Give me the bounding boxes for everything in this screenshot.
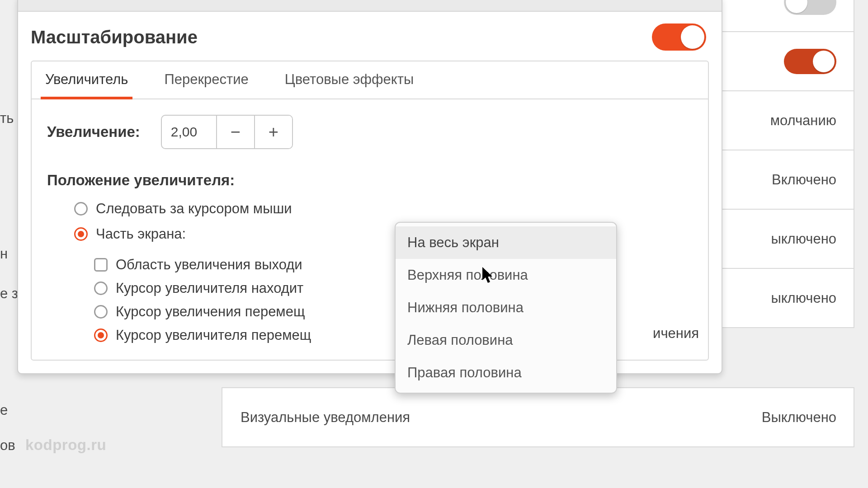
- radio-icon: [94, 305, 108, 319]
- option-label: Следовать за курсором мыши: [96, 201, 292, 217]
- truncated-text: ов: [0, 437, 15, 454]
- row-value: Выключено: [762, 409, 836, 426]
- watermark: kodprog.ru: [25, 436, 106, 454]
- row-value: молчанию: [770, 113, 836, 129]
- bg-row-visual-alerts[interactable]: Визуальные уведомления Выключено: [222, 387, 854, 447]
- radio-checked-icon: [94, 328, 108, 342]
- tab-color-effects[interactable]: Цветовые эффекты: [280, 61, 418, 99]
- decrement-button[interactable]: −: [216, 116, 254, 148]
- option-label: Часть экрана:: [96, 226, 186, 242]
- dropdown-item-fullscreen[interactable]: На весь экран: [396, 226, 616, 259]
- magnification-stepper: 2,00 − +: [161, 115, 293, 149]
- row-value: ыключено: [771, 290, 836, 306]
- increment-button[interactable]: +: [254, 116, 292, 148]
- truncated-text: е: [0, 402, 8, 418]
- tabs: Увеличитель Перекрестие Цветовые эффекты: [32, 61, 708, 99]
- dropdown-item-bottom-half[interactable]: Нижняя половина: [396, 291, 616, 324]
- checkbox-icon: [94, 258, 108, 272]
- dialog-title: Масштабирование: [31, 27, 198, 47]
- dropdown-item-right-half[interactable]: Правая половина: [396, 357, 616, 389]
- radio-icon: [94, 282, 108, 295]
- screen-part-dropdown: На весь экран Верхняя половина Нижняя по…: [395, 222, 617, 394]
- dialog-titlebar[interactable]: [18, 0, 722, 12]
- truncated-text: ичения: [653, 325, 699, 342]
- magnification-label: Увеличение:: [47, 123, 140, 141]
- magnification-value[interactable]: 2,00: [162, 116, 216, 148]
- truncated-text: ть: [0, 110, 14, 127]
- truncated-text: н: [0, 246, 8, 262]
- radio-checked-icon: [74, 227, 88, 241]
- tab-crosshair[interactable]: Перекрестие: [160, 61, 253, 99]
- radio-icon: [74, 202, 88, 216]
- zoom-enable-switch[interactable]: [652, 23, 706, 51]
- dropdown-item-top-half[interactable]: Верхняя половина: [396, 259, 616, 291]
- option-follow-mouse[interactable]: Следовать за курсором мыши: [74, 201, 693, 217]
- position-heading: Положение увеличителя:: [47, 172, 693, 189]
- dropdown-item-left-half[interactable]: Левая половина: [396, 324, 616, 357]
- option-label: Курсор увеличения перемещ: [116, 304, 305, 320]
- option-label: Курсор увеличителя находит: [116, 280, 303, 296]
- truncated-text: е з: [0, 286, 18, 302]
- option-label: Область увеличения выходи: [116, 257, 302, 273]
- row-value: Включено: [772, 172, 836, 188]
- option-label: Курсор увеличителя перемещ: [116, 327, 311, 343]
- tab-magnifier[interactable]: Увеличитель: [41, 61, 132, 99]
- row-value: ыключено: [771, 231, 836, 247]
- toggle-off[interactable]: [784, 0, 836, 15]
- row-label: Визуальные уведомления: [241, 409, 410, 426]
- toggle-on[interactable]: [784, 49, 836, 74]
